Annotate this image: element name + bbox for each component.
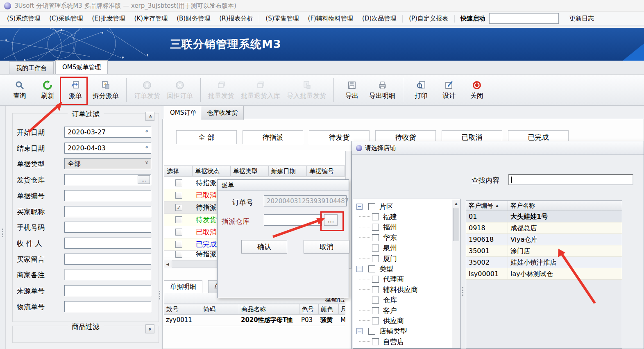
store-dialog-titlebar[interactable]: 请选择店铺 xyxy=(352,141,644,155)
tree-node-类型[interactable]: 类型 xyxy=(353,264,393,274)
tree-scrollbar-thumb[interactable] xyxy=(453,208,459,241)
scroll-up-icon[interactable]: ▲ xyxy=(452,199,460,207)
filter-input-7[interactable] xyxy=(64,238,151,249)
customer-row-3[interactable]: 35001涂门店 xyxy=(466,245,622,257)
menu-item-2[interactable]: (E)批发管理 xyxy=(87,15,129,23)
tree-collapse-icon[interactable] xyxy=(356,266,363,272)
tree-leaf-客户[interactable]: 客户 xyxy=(353,306,397,315)
detail-tab-0[interactable]: 单据明细 xyxy=(164,280,202,293)
order-row-checkbox[interactable] xyxy=(175,179,182,186)
detail-column-header-0[interactable]: 款号 xyxy=(164,304,201,314)
status-filter-button-0[interactable]: 全 部 xyxy=(176,130,237,144)
toolbar-button-查询[interactable]: 查询 xyxy=(6,78,34,102)
menu-item-6[interactable]: (S)零售管理 xyxy=(261,15,303,23)
filter-browse-button[interactable]: ... xyxy=(138,175,150,184)
tree-leaf-供应商[interactable]: 供应商 xyxy=(353,316,404,326)
tree-checkbox[interactable] xyxy=(368,328,375,335)
toolbar-button-导出明细[interactable]: 导出明细 xyxy=(366,78,399,102)
tree-checkbox[interactable] xyxy=(368,265,375,272)
workspace-tab-0[interactable]: 我的工作台 xyxy=(9,61,54,74)
customer-row-1[interactable]: 0918成都总店 xyxy=(466,222,622,234)
toolbar-button-导出[interactable]: 导出 xyxy=(338,78,366,102)
filter-input-4[interactable] xyxy=(64,190,151,201)
tree-leaf-泉州[interactable]: 泉州 xyxy=(353,243,397,253)
order-row-checkbox[interactable]: ✓ xyxy=(175,204,182,211)
dispatch-dialog-titlebar[interactable]: 派单 xyxy=(218,180,349,191)
toolbar-button-刷新[interactable]: 刷新 xyxy=(34,78,61,102)
menu-item-8[interactable]: (D)次品管理 xyxy=(358,15,403,23)
filter-input-10[interactable] xyxy=(64,285,151,296)
order-column-header-2[interactable]: 单据类型 xyxy=(231,166,269,176)
cancel-button[interactable]: 取消 xyxy=(304,240,349,254)
menu-item-9[interactable]: (P)自定义报表 xyxy=(404,15,455,23)
tree-leaf-厦门[interactable]: 厦门 xyxy=(353,254,397,263)
tree-leaf-自营店[interactable]: 自营店 xyxy=(353,337,404,347)
order-column-header-4[interactable]: 单据编号 xyxy=(307,166,345,176)
tree-checkbox[interactable] xyxy=(372,286,379,293)
tree-leaf-华东[interactable]: 华东 xyxy=(353,233,397,242)
tree-vscrollbar[interactable]: ▲ xyxy=(452,199,460,348)
dropdown-arrow-icon[interactable]: » xyxy=(144,129,151,133)
order-row-checkbox[interactable] xyxy=(175,216,182,223)
tree-checkbox[interactable] xyxy=(372,317,379,324)
filter-input-3[interactable]: ... xyxy=(64,174,151,185)
tree-leaf-福州[interactable]: 福州 xyxy=(353,222,397,232)
menu-item-0[interactable]: (S)系统管理 xyxy=(2,15,45,23)
tree-checkbox[interactable] xyxy=(368,203,375,210)
customer-row-0[interactable]: 01大头娃娃1号 xyxy=(466,211,622,222)
panel-splitter-grip-icon[interactable] xyxy=(159,291,161,299)
tree-leaf-辅料供应商[interactable]: 辅料供应商 xyxy=(353,285,418,295)
tree-checkbox[interactable] xyxy=(372,245,379,252)
menu-item-7[interactable]: (F)辅料物料管理 xyxy=(304,15,358,23)
menu-item-3[interactable]: (K)库存管理 xyxy=(130,15,172,23)
customer-row-4[interactable]: 35002娃娃小镇津淮店 xyxy=(466,257,622,268)
collapse-order-filter-button[interactable]: » xyxy=(145,112,154,121)
filter-input-8[interactable] xyxy=(64,254,151,265)
customer-row-2[interactable]: 190618Viya仓库 xyxy=(466,234,622,245)
tree-checkbox[interactable] xyxy=(372,234,379,241)
tree-leaf-代理商[interactable]: 代理商 xyxy=(353,274,404,284)
splitter-grip-icon[interactable] xyxy=(2,229,4,237)
order-row-checkbox[interactable] xyxy=(175,192,182,199)
menu-item-5[interactable]: (R)报表分析 xyxy=(215,15,259,23)
menu-item-update-log[interactable]: 更新日志 xyxy=(569,15,594,23)
tree-checkbox[interactable] xyxy=(372,255,379,262)
customer-row-5[interactable]: lsy00001lay小林测试仓 xyxy=(466,268,622,280)
tree-checkbox[interactable] xyxy=(372,224,379,231)
toolbar-button-设计[interactable]: 设计 xyxy=(435,78,463,102)
detail-column-header-1[interactable]: 简码 xyxy=(201,304,239,314)
tree-leaf-福建[interactable]: 福建 xyxy=(353,212,397,222)
tree-collapse-icon[interactable] xyxy=(356,204,363,210)
detail-column-header-3[interactable]: 色号 xyxy=(299,304,319,314)
detail-column-header-5[interactable]: 尺码 xyxy=(339,304,345,314)
menu-item-4[interactable]: (B)财务管理 xyxy=(172,15,215,23)
detail-column-header-4[interactable]: 颜色 xyxy=(319,304,339,314)
filter-input-2[interactable]: 全部» xyxy=(64,158,151,169)
tree-node-店铺类型[interactable]: 店铺类型 xyxy=(353,326,407,336)
tree-checkbox[interactable] xyxy=(372,297,379,304)
detail-column-header-2[interactable]: 商品名称 xyxy=(239,304,299,314)
order-row-checkbox[interactable] xyxy=(175,241,182,248)
quick-launch-input[interactable] xyxy=(489,13,559,24)
customer-column-header-0[interactable]: 客户编号▲ xyxy=(466,201,508,211)
tree-checkbox[interactable] xyxy=(372,213,379,220)
filter-input-6[interactable] xyxy=(64,222,151,233)
tree-leaf-仓库[interactable]: 仓库 xyxy=(353,295,397,305)
search-input[interactable] xyxy=(508,174,633,185)
confirm-button[interactable]: 确认 xyxy=(241,240,287,254)
order-row-checkbox[interactable] xyxy=(175,229,182,236)
order-column-header-3[interactable]: 新建日期 xyxy=(269,166,307,176)
tree-checkbox[interactable] xyxy=(372,276,379,283)
order-column-header-0[interactable]: 选择 xyxy=(164,166,193,176)
tree-leaf-加盟店[interactable]: 加盟店 xyxy=(353,347,404,349)
filter-input-5[interactable] xyxy=(64,206,151,217)
status-filter-button-1[interactable]: 待指派 xyxy=(243,130,303,144)
scroll-left-icon[interactable]: ◀ xyxy=(164,260,171,268)
filter-input-1[interactable]: 2020-04-03» xyxy=(64,143,151,154)
filter-input-9[interactable] xyxy=(64,269,151,280)
expand-product-filter-button[interactable]: » xyxy=(145,324,154,333)
filter-input-11[interactable] xyxy=(64,301,151,312)
workspace-tab-1[interactable]: OMS派单管理 xyxy=(55,60,108,74)
dialog-splitter-grip-icon[interactable] xyxy=(462,287,464,296)
toolbar-button-打印[interactable]: 打印 xyxy=(407,78,435,102)
